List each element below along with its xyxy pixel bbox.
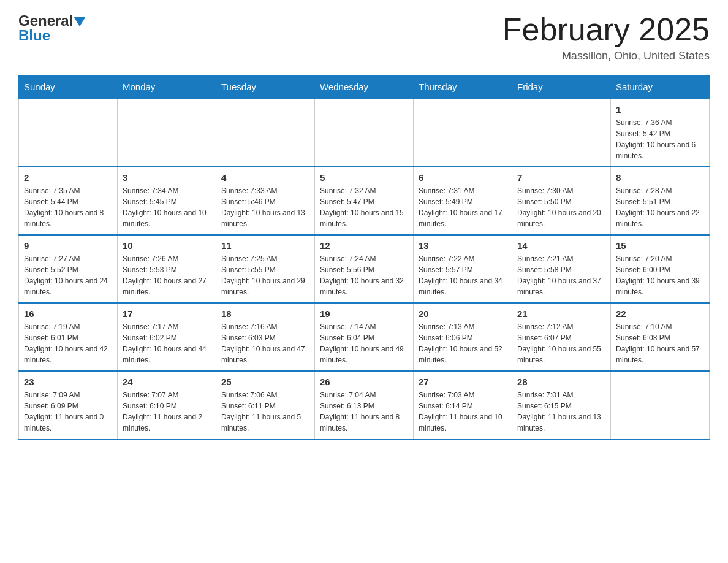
day-number: 22 bbox=[616, 308, 704, 319]
day-info: Sunrise: 7:09 AM Sunset: 6:09 PM Dayligh… bbox=[24, 389, 112, 434]
day-number: 2 bbox=[24, 172, 112, 183]
title-area: February 2025 Massillon, Ohio, United St… bbox=[502, 12, 710, 63]
calendar-cell: 4Sunrise: 7:33 AM Sunset: 5:46 PM Daylig… bbox=[216, 167, 315, 235]
calendar-cell: 12Sunrise: 7:24 AM Sunset: 5:56 PM Dayli… bbox=[315, 235, 414, 303]
calendar-cell bbox=[512, 99, 611, 167]
day-info: Sunrise: 7:01 AM Sunset: 6:15 PM Dayligh… bbox=[517, 389, 605, 434]
calendar-cell bbox=[414, 99, 512, 167]
calendar-cell: 11Sunrise: 7:25 AM Sunset: 5:55 PM Dayli… bbox=[216, 235, 315, 303]
calendar-cell: 19Sunrise: 7:14 AM Sunset: 6:04 PM Dayli… bbox=[315, 303, 414, 371]
calendar-cell bbox=[216, 99, 315, 167]
day-number: 26 bbox=[320, 377, 408, 387]
day-number: 13 bbox=[419, 240, 507, 251]
day-number: 6 bbox=[419, 172, 507, 183]
day-info: Sunrise: 7:12 AM Sunset: 6:07 PM Dayligh… bbox=[517, 321, 605, 366]
weekday-header-monday: Monday bbox=[118, 75, 216, 99]
day-number: 11 bbox=[221, 240, 309, 251]
day-info: Sunrise: 7:03 AM Sunset: 6:14 PM Dayligh… bbox=[419, 389, 507, 434]
calendar-week-row: 23Sunrise: 7:09 AM Sunset: 6:09 PM Dayli… bbox=[19, 371, 710, 439]
calendar-cell: 17Sunrise: 7:17 AM Sunset: 6:02 PM Dayli… bbox=[118, 303, 216, 371]
day-info: Sunrise: 7:21 AM Sunset: 5:58 PM Dayligh… bbox=[517, 253, 605, 297]
day-number: 19 bbox=[320, 308, 408, 319]
calendar-week-row: 16Sunrise: 7:19 AM Sunset: 6:01 PM Dayli… bbox=[19, 303, 710, 371]
day-info: Sunrise: 7:20 AM Sunset: 6:00 PM Dayligh… bbox=[616, 253, 704, 297]
day-number: 20 bbox=[419, 308, 507, 319]
calendar-cell: 22Sunrise: 7:10 AM Sunset: 6:08 PM Dayli… bbox=[611, 303, 710, 371]
calendar-cell: 2Sunrise: 7:35 AM Sunset: 5:44 PM Daylig… bbox=[19, 167, 118, 235]
calendar-cell: 16Sunrise: 7:19 AM Sunset: 6:01 PM Dayli… bbox=[19, 303, 118, 371]
location-subtitle: Massillon, Ohio, United States bbox=[502, 50, 710, 63]
calendar-header-row: SundayMondayTuesdayWednesdayThursdayFrid… bbox=[19, 75, 710, 99]
day-number: 27 bbox=[419, 377, 507, 387]
day-info: Sunrise: 7:16 AM Sunset: 6:03 PM Dayligh… bbox=[221, 321, 309, 366]
weekday-header-friday: Friday bbox=[512, 75, 611, 99]
weekday-header-wednesday: Wednesday bbox=[315, 75, 414, 99]
calendar-cell bbox=[19, 99, 118, 167]
logo: General Blue bbox=[18, 12, 86, 44]
calendar-cell: 26Sunrise: 7:04 AM Sunset: 6:13 PM Dayli… bbox=[315, 371, 414, 439]
day-info: Sunrise: 7:07 AM Sunset: 6:10 PM Dayligh… bbox=[123, 389, 211, 434]
day-info: Sunrise: 7:27 AM Sunset: 5:52 PM Dayligh… bbox=[24, 253, 112, 297]
day-info: Sunrise: 7:04 AM Sunset: 6:13 PM Dayligh… bbox=[320, 389, 408, 434]
day-number: 17 bbox=[123, 308, 211, 319]
day-info: Sunrise: 7:13 AM Sunset: 6:06 PM Dayligh… bbox=[419, 321, 507, 366]
day-info: Sunrise: 7:30 AM Sunset: 5:50 PM Dayligh… bbox=[517, 185, 605, 229]
day-number: 8 bbox=[616, 172, 704, 183]
calendar-week-row: 2Sunrise: 7:35 AM Sunset: 5:44 PM Daylig… bbox=[19, 167, 710, 235]
calendar-cell bbox=[118, 99, 216, 167]
calendar-cell: 6Sunrise: 7:31 AM Sunset: 5:49 PM Daylig… bbox=[414, 167, 512, 235]
day-info: Sunrise: 7:19 AM Sunset: 6:01 PM Dayligh… bbox=[24, 321, 112, 366]
day-number: 18 bbox=[221, 308, 309, 319]
day-info: Sunrise: 7:35 AM Sunset: 5:44 PM Dayligh… bbox=[24, 185, 112, 229]
day-info: Sunrise: 7:34 AM Sunset: 5:45 PM Dayligh… bbox=[123, 185, 211, 229]
calendar-cell: 15Sunrise: 7:20 AM Sunset: 6:00 PM Dayli… bbox=[611, 235, 710, 303]
day-number: 12 bbox=[320, 240, 408, 251]
calendar-cell: 8Sunrise: 7:28 AM Sunset: 5:51 PM Daylig… bbox=[611, 167, 710, 235]
day-number: 28 bbox=[517, 377, 605, 387]
calendar-cell bbox=[315, 99, 414, 167]
day-number: 23 bbox=[24, 377, 112, 387]
day-number: 1 bbox=[616, 104, 704, 115]
calendar-cell: 25Sunrise: 7:06 AM Sunset: 6:11 PM Dayli… bbox=[216, 371, 315, 439]
calendar-cell: 28Sunrise: 7:01 AM Sunset: 6:15 PM Dayli… bbox=[512, 371, 611, 439]
calendar-cell: 21Sunrise: 7:12 AM Sunset: 6:07 PM Dayli… bbox=[512, 303, 611, 371]
day-info: Sunrise: 7:25 AM Sunset: 5:55 PM Dayligh… bbox=[221, 253, 309, 297]
calendar-cell: 1Sunrise: 7:36 AM Sunset: 5:42 PM Daylig… bbox=[611, 99, 710, 167]
day-number: 10 bbox=[123, 240, 211, 251]
calendar-cell: 27Sunrise: 7:03 AM Sunset: 6:14 PM Dayli… bbox=[414, 371, 512, 439]
calendar-cell: 14Sunrise: 7:21 AM Sunset: 5:58 PM Dayli… bbox=[512, 235, 611, 303]
calendar-cell: 5Sunrise: 7:32 AM Sunset: 5:47 PM Daylig… bbox=[315, 167, 414, 235]
calendar-cell: 13Sunrise: 7:22 AM Sunset: 5:57 PM Dayli… bbox=[414, 235, 512, 303]
day-number: 3 bbox=[123, 172, 211, 183]
page-header: General Blue February 2025 Massillon, Oh… bbox=[18, 12, 710, 63]
day-number: 16 bbox=[24, 308, 112, 319]
calendar-week-row: 1Sunrise: 7:36 AM Sunset: 5:42 PM Daylig… bbox=[19, 99, 710, 167]
day-info: Sunrise: 7:28 AM Sunset: 5:51 PM Dayligh… bbox=[616, 185, 704, 229]
day-info: Sunrise: 7:36 AM Sunset: 5:42 PM Dayligh… bbox=[616, 117, 704, 161]
calendar-cell: 7Sunrise: 7:30 AM Sunset: 5:50 PM Daylig… bbox=[512, 167, 611, 235]
calendar-table: SundayMondayTuesdayWednesdayThursdayFrid… bbox=[18, 75, 710, 440]
day-number: 15 bbox=[616, 240, 704, 251]
calendar-cell: 9Sunrise: 7:27 AM Sunset: 5:52 PM Daylig… bbox=[19, 235, 118, 303]
weekday-header-tuesday: Tuesday bbox=[216, 75, 315, 99]
logo-arrow-icon bbox=[74, 17, 86, 26]
day-info: Sunrise: 7:22 AM Sunset: 5:57 PM Dayligh… bbox=[419, 253, 507, 297]
day-info: Sunrise: 7:33 AM Sunset: 5:46 PM Dayligh… bbox=[221, 185, 309, 229]
day-info: Sunrise: 7:10 AM Sunset: 6:08 PM Dayligh… bbox=[616, 321, 704, 366]
day-number: 4 bbox=[221, 172, 309, 183]
logo-blue-text: Blue bbox=[18, 27, 50, 44]
calendar-cell: 20Sunrise: 7:13 AM Sunset: 6:06 PM Dayli… bbox=[414, 303, 512, 371]
day-number: 25 bbox=[221, 377, 309, 387]
day-number: 5 bbox=[320, 172, 408, 183]
calendar-cell bbox=[611, 371, 710, 439]
calendar-cell: 24Sunrise: 7:07 AM Sunset: 6:10 PM Dayli… bbox=[118, 371, 216, 439]
day-number: 24 bbox=[123, 377, 211, 387]
weekday-header-thursday: Thursday bbox=[414, 75, 512, 99]
day-info: Sunrise: 7:26 AM Sunset: 5:53 PM Dayligh… bbox=[123, 253, 211, 297]
weekday-header-sunday: Sunday bbox=[19, 75, 118, 99]
day-info: Sunrise: 7:06 AM Sunset: 6:11 PM Dayligh… bbox=[221, 389, 309, 434]
day-info: Sunrise: 7:24 AM Sunset: 5:56 PM Dayligh… bbox=[320, 253, 408, 297]
calendar-cell: 18Sunrise: 7:16 AM Sunset: 6:03 PM Dayli… bbox=[216, 303, 315, 371]
weekday-header-saturday: Saturday bbox=[611, 75, 710, 99]
day-info: Sunrise: 7:32 AM Sunset: 5:47 PM Dayligh… bbox=[320, 185, 408, 229]
